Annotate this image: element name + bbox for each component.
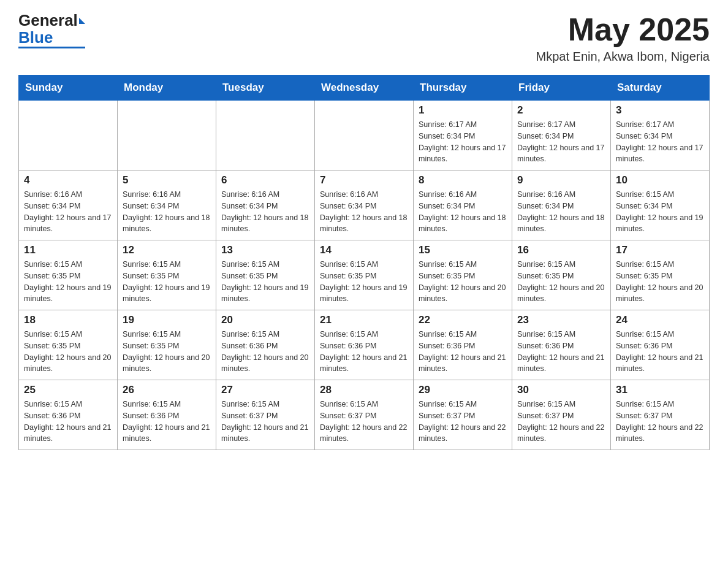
calendar-cell: 27Sunrise: 6:15 AMSunset: 6:37 PMDayligh… <box>216 380 315 450</box>
header-tuesday: Tuesday <box>216 75 315 101</box>
cell-day-number: 25 <box>24 384 112 396</box>
calendar-cell <box>19 101 118 170</box>
cell-info: Sunrise: 6:16 AMSunset: 6:34 PMDaylight:… <box>24 189 112 235</box>
header-saturday: Saturday <box>611 75 710 101</box>
cell-info: Sunrise: 6:15 AMSunset: 6:36 PMDaylight:… <box>123 399 211 445</box>
calendar-cell: 5Sunrise: 6:16 AMSunset: 6:34 PMDaylight… <box>118 170 216 240</box>
cell-info: Sunrise: 6:17 AMSunset: 6:34 PMDaylight:… <box>419 119 507 165</box>
cell-day-number: 24 <box>616 314 704 326</box>
calendar-cell: 14Sunrise: 6:15 AMSunset: 6:35 PMDayligh… <box>315 240 414 310</box>
calendar-cell <box>315 101 414 170</box>
header-monday: Monday <box>118 75 216 101</box>
cell-day-number: 4 <box>24 174 112 186</box>
cell-day-number: 19 <box>123 314 211 326</box>
cell-day-number: 21 <box>320 314 408 326</box>
cell-day-number: 23 <box>517 314 605 326</box>
cell-day-number: 16 <box>517 244 605 256</box>
header-thursday: Thursday <box>414 75 512 101</box>
calendar-week-row: 1Sunrise: 6:17 AMSunset: 6:34 PMDaylight… <box>19 101 710 170</box>
calendar-cell: 16Sunrise: 6:15 AMSunset: 6:35 PMDayligh… <box>512 240 611 310</box>
logo: General Blue <box>18 12 85 48</box>
cell-day-number: 20 <box>221 314 309 326</box>
calendar-cell: 31Sunrise: 6:15 AMSunset: 6:37 PMDayligh… <box>611 380 710 450</box>
calendar-cell: 1Sunrise: 6:17 AMSunset: 6:34 PMDaylight… <box>414 101 512 170</box>
cell-info: Sunrise: 6:15 AMSunset: 6:37 PMDaylight:… <box>517 399 605 445</box>
cell-info: Sunrise: 6:15 AMSunset: 6:35 PMDaylight:… <box>320 259 408 305</box>
logo-triangle-icon <box>79 18 85 24</box>
calendar-cell: 6Sunrise: 6:16 AMSunset: 6:34 PMDaylight… <box>216 170 315 240</box>
cell-day-number: 31 <box>616 384 704 396</box>
cell-day-number: 11 <box>24 244 112 256</box>
header-friday: Friday <box>512 75 611 101</box>
cell-info: Sunrise: 6:16 AMSunset: 6:34 PMDaylight:… <box>517 189 605 235</box>
cell-info: Sunrise: 6:15 AMSunset: 6:35 PMDaylight:… <box>123 329 211 375</box>
calendar-table: SundayMondayTuesdayWednesdayThursdayFrid… <box>18 75 710 450</box>
cell-info: Sunrise: 6:15 AMSunset: 6:37 PMDaylight:… <box>616 399 704 445</box>
calendar-cell: 21Sunrise: 6:15 AMSunset: 6:36 PMDayligh… <box>315 310 414 380</box>
calendar-cell: 15Sunrise: 6:15 AMSunset: 6:35 PMDayligh… <box>414 240 512 310</box>
cell-day-number: 5 <box>123 174 211 186</box>
calendar-cell <box>216 101 315 170</box>
cell-info: Sunrise: 6:15 AMSunset: 6:36 PMDaylight:… <box>320 329 408 375</box>
location-title: Mkpat Enin, Akwa Ibom, Nigeria <box>536 50 710 64</box>
calendar-week-row: 25Sunrise: 6:15 AMSunset: 6:36 PMDayligh… <box>19 380 710 450</box>
cell-day-number: 13 <box>221 244 309 256</box>
cell-day-number: 18 <box>24 314 112 326</box>
calendar-cell: 24Sunrise: 6:15 AMSunset: 6:36 PMDayligh… <box>611 310 710 380</box>
cell-info: Sunrise: 6:17 AMSunset: 6:34 PMDaylight:… <box>517 119 605 165</box>
page: General Blue May 2025 Mkpat Enin, Akwa I… <box>0 0 728 469</box>
cell-info: Sunrise: 6:17 AMSunset: 6:34 PMDaylight:… <box>616 119 704 165</box>
cell-day-number: 30 <box>517 384 605 396</box>
calendar-week-row: 11Sunrise: 6:15 AMSunset: 6:35 PMDayligh… <box>19 240 710 310</box>
cell-day-number: 2 <box>517 104 605 117</box>
header-wednesday: Wednesday <box>315 75 414 101</box>
cell-info: Sunrise: 6:15 AMSunset: 6:35 PMDaylight:… <box>24 259 112 305</box>
cell-info: Sunrise: 6:15 AMSunset: 6:36 PMDaylight:… <box>517 329 605 375</box>
calendar-week-row: 4Sunrise: 6:16 AMSunset: 6:34 PMDaylight… <box>19 170 710 240</box>
cell-day-number: 9 <box>517 174 605 186</box>
cell-info: Sunrise: 6:15 AMSunset: 6:35 PMDaylight:… <box>24 329 112 375</box>
cell-info: Sunrise: 6:15 AMSunset: 6:36 PMDaylight:… <box>221 329 309 375</box>
cell-info: Sunrise: 6:15 AMSunset: 6:36 PMDaylight:… <box>24 399 112 445</box>
cell-day-number: 28 <box>320 384 408 396</box>
calendar-cell: 18Sunrise: 6:15 AMSunset: 6:35 PMDayligh… <box>19 310 118 380</box>
cell-day-number: 15 <box>419 244 507 256</box>
cell-info: Sunrise: 6:15 AMSunset: 6:37 PMDaylight:… <box>419 399 507 445</box>
cell-info: Sunrise: 6:15 AMSunset: 6:35 PMDaylight:… <box>616 259 704 305</box>
logo-blue-text: Blue <box>18 29 53 45</box>
header-sunday: Sunday <box>19 75 118 101</box>
cell-info: Sunrise: 6:15 AMSunset: 6:35 PMDaylight:… <box>517 259 605 305</box>
calendar-cell: 2Sunrise: 6:17 AMSunset: 6:34 PMDaylight… <box>512 101 611 170</box>
cell-info: Sunrise: 6:15 AMSunset: 6:34 PMDaylight:… <box>616 189 704 235</box>
logo-blue-row: Blue <box>18 29 53 45</box>
cell-info: Sunrise: 6:16 AMSunset: 6:34 PMDaylight:… <box>320 189 408 235</box>
title-area: May 2025 Mkpat Enin, Akwa Ibom, Nigeria <box>536 12 710 64</box>
cell-info: Sunrise: 6:16 AMSunset: 6:34 PMDaylight:… <box>419 189 507 235</box>
calendar-cell: 4Sunrise: 6:16 AMSunset: 6:34 PMDaylight… <box>19 170 118 240</box>
cell-day-number: 7 <box>320 174 408 186</box>
calendar-cell: 25Sunrise: 6:15 AMSunset: 6:36 PMDayligh… <box>19 380 118 450</box>
header: General Blue May 2025 Mkpat Enin, Akwa I… <box>18 12 710 64</box>
cell-info: Sunrise: 6:15 AMSunset: 6:35 PMDaylight:… <box>123 259 211 305</box>
calendar-cell: 7Sunrise: 6:16 AMSunset: 6:34 PMDaylight… <box>315 170 414 240</box>
calendar-cell: 9Sunrise: 6:16 AMSunset: 6:34 PMDaylight… <box>512 170 611 240</box>
cell-day-number: 1 <box>419 104 507 117</box>
calendar-cell: 3Sunrise: 6:17 AMSunset: 6:34 PMDaylight… <box>611 101 710 170</box>
cell-info: Sunrise: 6:15 AMSunset: 6:37 PMDaylight:… <box>320 399 408 445</box>
cell-day-number: 8 <box>419 174 507 186</box>
cell-day-number: 22 <box>419 314 507 326</box>
cell-day-number: 3 <box>616 104 704 117</box>
calendar-cell: 29Sunrise: 6:15 AMSunset: 6:37 PMDayligh… <box>414 380 512 450</box>
month-title: May 2025 <box>536 12 710 47</box>
cell-info: Sunrise: 6:15 AMSunset: 6:37 PMDaylight:… <box>221 399 309 445</box>
calendar-cell: 10Sunrise: 6:15 AMSunset: 6:34 PMDayligh… <box>611 170 710 240</box>
logo-underline <box>18 47 85 48</box>
calendar-cell: 26Sunrise: 6:15 AMSunset: 6:36 PMDayligh… <box>118 380 216 450</box>
calendar-cell: 13Sunrise: 6:15 AMSunset: 6:35 PMDayligh… <box>216 240 315 310</box>
calendar-cell: 19Sunrise: 6:15 AMSunset: 6:35 PMDayligh… <box>118 310 216 380</box>
cell-info: Sunrise: 6:15 AMSunset: 6:36 PMDaylight:… <box>616 329 704 375</box>
logo-general: General <box>18 12 78 28</box>
cell-info: Sunrise: 6:16 AMSunset: 6:34 PMDaylight:… <box>221 189 309 235</box>
cell-info: Sunrise: 6:15 AMSunset: 6:35 PMDaylight:… <box>419 259 507 305</box>
calendar-cell: 28Sunrise: 6:15 AMSunset: 6:37 PMDayligh… <box>315 380 414 450</box>
